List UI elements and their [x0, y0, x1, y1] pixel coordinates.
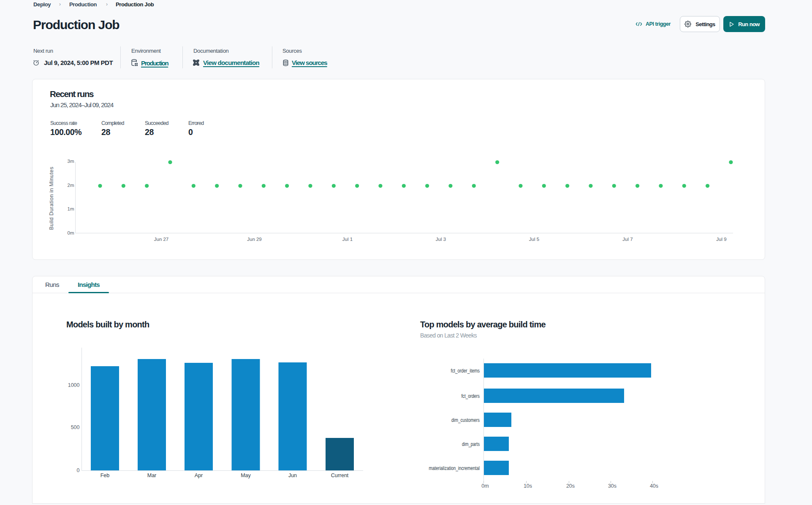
svg-text:Current: Current — [331, 473, 349, 478]
svg-text:Jun 27: Jun 27 — [154, 237, 169, 242]
svg-text:Jul 5: Jul 5 — [529, 237, 539, 242]
svg-text:20s: 20s — [566, 483, 575, 489]
svg-text:0: 0 — [77, 467, 80, 473]
svg-text:0m: 0m — [481, 483, 489, 489]
svg-text:2m: 2m — [68, 183, 74, 188]
svg-text:Build Duration in Minutes: Build Duration in Minutes — [49, 167, 54, 230]
svg-text:Jun: Jun — [288, 473, 297, 478]
svg-text:Jul 1: Jul 1 — [342, 237, 353, 242]
svg-text:dim_customers: dim_customers — [451, 417, 480, 423]
svg-text:Feb: Feb — [100, 473, 110, 478]
svg-text:10s: 10s — [524, 483, 532, 489]
svg-text:Mar: Mar — [147, 473, 157, 478]
svg-text:30s: 30s — [608, 483, 616, 489]
svg-text:fct_orders: fct_orders — [461, 393, 480, 399]
svg-text:0m: 0m — [68, 230, 74, 235]
svg-text:dim_parts: dim_parts — [462, 441, 480, 447]
svg-text:3m: 3m — [68, 159, 74, 164]
svg-text:1000: 1000 — [68, 382, 80, 388]
svg-text:1m: 1m — [68, 206, 74, 211]
svg-text:Jul 7: Jul 7 — [622, 237, 633, 242]
svg-text:Jul 3: Jul 3 — [436, 237, 446, 242]
svg-text:Apr: Apr — [195, 473, 203, 478]
svg-text:40s: 40s — [650, 483, 658, 489]
svg-text:May: May — [241, 473, 251, 478]
svg-text:materialization_incremental: materialization_incremental — [429, 465, 480, 471]
svg-text:fct_order_items: fct_order_items — [451, 368, 480, 374]
svg-text:Jul 9: Jul 9 — [716, 237, 726, 242]
svg-text:500: 500 — [71, 424, 80, 430]
svg-text:Jun 29: Jun 29 — [247, 237, 262, 242]
